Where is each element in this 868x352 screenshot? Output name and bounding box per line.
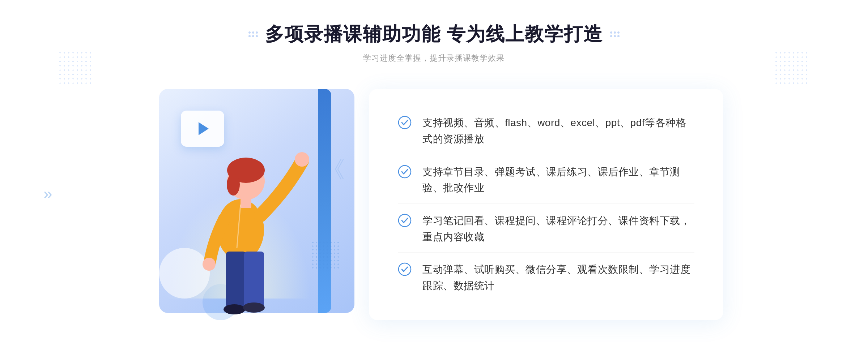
dots-decoration-top-right — [774, 51, 810, 87]
svg-point-9 — [224, 304, 245, 314]
feature-text-3: 学习笔记回看、课程提问、课程评论打分、课件资料下载，重点内容收藏 — [422, 213, 694, 245]
page-subtitle: 学习进度全掌握，提升录播课教学效果 — [248, 53, 620, 64]
main-content: 支持视频、音频、flash、word、excel、ppt、pdf等各种格式的资源… — [145, 82, 723, 327]
person-figure — [174, 118, 311, 327]
feature-item-2: 支持章节目录、弹题考试、课后练习、课后作业、章节测验、批改作业 — [398, 157, 694, 204]
page-wrapper: » 多项录播课辅助功能 专为线上教学打造 学习进度全掌握，提升录播课教学效果 — [0, 0, 868, 352]
illustration-area — [145, 82, 369, 327]
title-dots-left — [248, 31, 258, 37]
feature-text-4: 互动弹幕、试听购买、微信分享、观看次数限制、学习进度跟踪、数据统计 — [422, 262, 694, 294]
svg-rect-8 — [244, 252, 264, 308]
svg-point-14 — [399, 214, 411, 227]
svg-point-10 — [243, 302, 265, 313]
check-icon-1 — [398, 116, 412, 129]
title-row: 多项录播课辅助功能 专为线上教学打造 — [248, 22, 620, 47]
feature-text-2: 支持章节目录、弹题考试、课后练习、课后作业、章节测验、批改作业 — [422, 164, 694, 197]
check-icon-4 — [398, 262, 412, 276]
blue-accent-bar — [318, 89, 331, 313]
check-icon-2 — [398, 165, 412, 179]
svg-point-5 — [295, 152, 309, 167]
header-section: 多项录播课辅助功能 专为线上教学打造 学习进度全掌握，提升录播课教学效果 — [248, 22, 620, 64]
content-panel: 支持视频、音频、flash、word、excel、ppt、pdf等各种格式的资源… — [369, 89, 723, 320]
feature-item-1: 支持视频、音频、flash、word、excel、ppt、pdf等各种格式的资源… — [398, 108, 694, 155]
svg-point-15 — [399, 263, 411, 275]
page-title: 多项录播课辅助功能 专为线上教学打造 — [265, 22, 603, 47]
svg-rect-4 — [241, 197, 251, 208]
lines-decoration — [322, 154, 347, 183]
title-dots-right — [610, 31, 620, 37]
dots-in-illustration — [311, 241, 340, 270]
feature-item-3: 学习笔记回看、课程提问、课程评论打分、课件资料下载，重点内容收藏 — [398, 206, 694, 253]
feature-text-1: 支持视频、音频、flash、word、excel、ppt、pdf等各种格式的资源… — [422, 115, 694, 147]
svg-point-12 — [399, 116, 411, 129]
svg-rect-7 — [226, 252, 246, 309]
svg-point-3 — [227, 174, 240, 196]
svg-point-13 — [399, 166, 411, 178]
svg-point-6 — [203, 258, 216, 271]
feature-item-4: 互动弹幕、试听购买、微信分享、观看次数限制、学习进度跟踪、数据统计 — [398, 254, 694, 301]
arrow-left-decoration: » — [43, 185, 52, 203]
dots-decoration-top-left — [58, 51, 94, 87]
check-icon-3 — [398, 214, 412, 227]
